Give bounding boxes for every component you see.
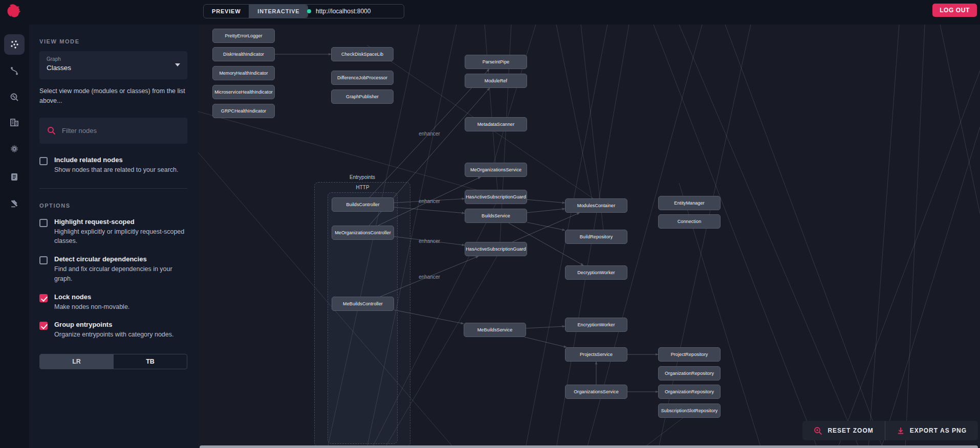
preview-mode-tabs: PREVIEW INTERACTIVE — [203, 4, 308, 18]
include-related-option[interactable]: Include related nodes Show nodes that ar… — [39, 156, 187, 175]
graph-node[interactable]: ModuleRef — [465, 74, 527, 88]
graph-node[interactable]: Connection — [658, 214, 721, 229]
sidebar-panel: VIEW MODE Graph Classes Select view mode… — [29, 25, 198, 448]
graph-node[interactable]: DiskHealthIndicator — [212, 47, 275, 61]
reset-zoom-button[interactable]: RESET ZOOM — [802, 421, 884, 440]
inspect-pulse-icon — [9, 93, 19, 103]
option-description: Organize entrypoints with category nodes… — [54, 330, 173, 340]
graph-node[interactable]: MicroserviceHealthIndicator — [212, 85, 275, 99]
rail-item-gavel[interactable] — [4, 193, 25, 214]
graph-cluster-icon — [9, 39, 19, 50]
select-value: Classes — [47, 64, 180, 72]
graph-node[interactable]: GRPCHealthIndicator — [212, 104, 275, 118]
graph-node[interactable]: PrettyErrorLogger — [212, 29, 275, 43]
option-description: Highlight explicitly or implicitly reque… — [54, 227, 187, 247]
option-title: Highlight request-scoped — [54, 218, 187, 226]
logout-button[interactable]: LOG OUT — [932, 4, 977, 17]
route-icon — [9, 66, 19, 76]
graph-node[interactable]: BuildRepository — [565, 230, 627, 244]
graph-node[interactable]: CheckDiskSpaceLib — [331, 47, 394, 61]
frame-bottom-edge — [200, 445, 978, 448]
edge-label: enhancer — [419, 198, 440, 204]
document-icon — [9, 172, 19, 182]
view-mode-description: Select view mode (modules or classes) fr… — [39, 86, 187, 106]
url-field[interactable]: http://localhost:8000 — [300, 4, 404, 18]
rail-item-graph-cluster[interactable] — [4, 34, 25, 55]
graph-node[interactable]: BuildsService — [465, 209, 527, 223]
group-entrypoints-checkbox[interactable] — [39, 322, 48, 330]
download-icon — [897, 427, 905, 435]
graph-node[interactable]: ProjectRepository — [658, 347, 721, 362]
direction-toggle: LR TB — [39, 354, 187, 369]
group-entrypoints-option[interactable]: Group entrypoints Organize entrypoints w… — [39, 321, 187, 340]
graph-node[interactable]: OrganizationRepository — [658, 366, 721, 380]
option-title: Lock nodes — [54, 293, 129, 301]
include-related-checkbox[interactable] — [39, 157, 48, 165]
graph-node[interactable]: SubscriptionSlotRepository — [658, 404, 721, 418]
filter-box — [39, 118, 187, 144]
option-title: Include related nodes — [54, 156, 179, 164]
graph-node[interactable]: HasActiveSubscriptionGuard — [465, 242, 527, 256]
options-heading: OPTIONS — [39, 203, 187, 209]
graph-node[interactable]: HasActiveSubscriptionGuard — [465, 190, 527, 204]
nestjs-logo — [5, 3, 24, 21]
graph-node[interactable]: OrganizationRepository — [658, 385, 721, 399]
graph-node[interactable]: MeBuildsService — [464, 323, 526, 337]
detect-circular-checkbox[interactable] — [39, 256, 48, 264]
graph-canvas[interactable]: EntrypointsHTTPenhancerenhancerenhancere… — [198, 25, 980, 448]
search-icon — [47, 126, 56, 135]
view-mode-heading: VIEW MODE — [39, 38, 187, 44]
tab-interactive[interactable]: INTERACTIVE — [249, 5, 308, 18]
graph-node[interactable]: EntityManager — [658, 196, 721, 210]
canvas-action-bar: RESET ZOOM EXPORT AS PNG — [802, 421, 978, 440]
graph-node[interactable]: OrganizationsService — [565, 385, 627, 399]
graph-node[interactable]: MeBuildsController — [332, 297, 394, 311]
edge-label: enhancer — [419, 130, 440, 136]
settings-gear-icon — [9, 144, 19, 154]
graph-node[interactable]: ParseIntPipe — [465, 55, 527, 69]
zoom-reset-icon — [814, 427, 822, 435]
graph-node[interactable]: MetadataScanner — [465, 117, 527, 131]
option-description: Make nodes non-movable. — [54, 302, 129, 312]
option-description: Find and fix circular dependencies in yo… — [54, 264, 187, 284]
rail-item-settings[interactable] — [4, 139, 25, 159]
graph-node[interactable]: MeOrganizationsService — [465, 163, 527, 177]
detect-circular-option[interactable]: Detect circular dependencies Find and fi… — [39, 255, 187, 284]
rail-item-route[interactable] — [4, 61, 25, 81]
top-bar: PREVIEW INTERACTIVE http://localhost:800… — [0, 0, 980, 25]
rail-item-inspect[interactable] — [4, 87, 25, 108]
export-png-label: EXPORT AS PNG — [910, 427, 967, 434]
lock-nodes-checkbox[interactable] — [39, 294, 48, 302]
direction-tb-button[interactable]: TB — [113, 354, 187, 369]
graph-node[interactable]: DecryptionWorker — [565, 265, 627, 280]
edge-label: enhancer — [419, 274, 440, 279]
graph-mode-select[interactable]: Graph Classes — [39, 51, 187, 79]
graph-node[interactable]: EncryptionWorker — [565, 318, 627, 332]
graph-node[interactable]: MemoryHealthIndicator — [212, 66, 275, 80]
select-label: Graph — [47, 56, 180, 62]
chevron-down-icon — [175, 63, 180, 66]
option-description: Show nodes that are related to your sear… — [54, 165, 179, 175]
graph-node[interactable]: MeOrganizationsController — [332, 226, 394, 240]
export-png-button[interactable]: EXPORT AS PNG — [885, 421, 978, 440]
highlight-request-scoped-checkbox[interactable] — [39, 219, 48, 227]
option-title: Group entrypoints — [54, 321, 173, 328]
highlight-request-scoped-option[interactable]: Highlight request-scoped Highlight expli… — [39, 218, 187, 247]
rail-item-organization[interactable] — [4, 112, 25, 132]
status-dot — [307, 9, 311, 13]
graph-node[interactable]: GraphPublisher — [331, 89, 394, 104]
group-label: HTTP — [356, 185, 369, 191]
direction-lr-button[interactable]: LR — [40, 354, 113, 369]
filter-input[interactable] — [62, 127, 180, 135]
lock-nodes-option[interactable]: Lock nodes Make nodes non-movable. — [39, 293, 187, 312]
rail-item-document[interactable] — [4, 167, 25, 187]
graph-node[interactable]: DifferenceJobProcessor — [331, 71, 394, 85]
graph-node[interactable]: ProjectsService — [565, 347, 627, 362]
gavel-icon — [9, 198, 19, 209]
graph-node[interactable]: BuildsController — [332, 197, 394, 212]
group-label: Entrypoints — [350, 174, 375, 181]
edge-label: enhancer — [419, 238, 440, 244]
url-text: http://localhost:8000 — [316, 8, 371, 15]
graph-node[interactable]: ModulesContainer — [565, 198, 627, 213]
tab-preview[interactable]: PREVIEW — [204, 5, 249, 18]
